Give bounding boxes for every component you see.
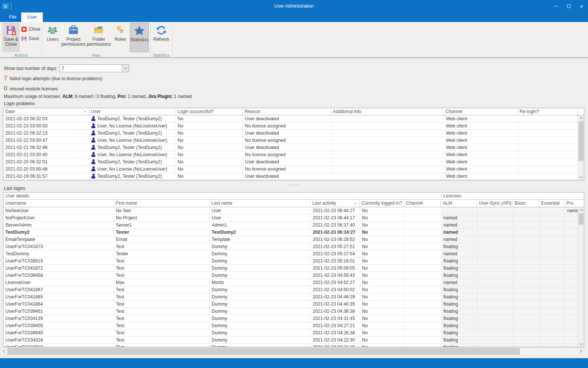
table-row[interactable]: UserForTC041873TestDummy2021-02-23 05:27… — [3, 243, 584, 250]
table-row[interactable]: 2021-02-22 06:32:13TestDumy2, Tester (Te… — [3, 130, 584, 137]
last-logins-vertical-scrollbar[interactable] — [578, 207, 584, 347]
scrollbar-thumb[interactable] — [7, 348, 520, 355]
column-header-user[interactable]: User — [89, 108, 176, 115]
table-row[interactable]: 2021-02-22 03:50:47User, No License (NoL… — [3, 137, 584, 144]
minimize-button[interactable] — [549, 0, 562, 12]
days-combobox[interactable]: 7 — [59, 64, 129, 72]
column-header-username[interactable]: Username — [3, 200, 114, 207]
refresh-button[interactable]: Refresh — [152, 23, 171, 52]
cell-essential — [540, 329, 565, 336]
table-row[interactable]: UserForTC038919TestDummy2021-02-23 05:16… — [3, 258, 584, 265]
column-header-alm[interactable]: ALM — [441, 200, 477, 207]
login-problems-vertical-scrollbar[interactable] — [578, 115, 584, 180]
scroll-down-button[interactable] — [578, 174, 584, 180]
scroll-up-button[interactable] — [578, 207, 584, 213]
column-header-login-successful[interactable]: Login successful? — [175, 108, 243, 115]
column-header-reason[interactable]: Reason — [243, 108, 331, 115]
folder-permissions-button[interactable]: Folder permissions — [87, 23, 111, 52]
table-row[interactable]: 2021-02-19 06:31:57TestDumy2, Tester (Te… — [3, 173, 584, 180]
scroll-up-button[interactable] — [578, 115, 584, 121]
column-header-essential[interactable]: Essential — [539, 200, 565, 207]
scroll-down-button[interactable] — [578, 341, 584, 347]
scrollbar-thumb[interactable] — [579, 121, 583, 161]
table-row[interactable]: TestDumy2TesterTestDumy22021-02-23 06:34… — [3, 229, 584, 236]
scrollbar-thumb[interactable] — [579, 213, 583, 225]
table-row[interactable]: ServerAdminServer1Admin12021-02-23 06:37… — [3, 222, 584, 229]
table-row[interactable]: LicenseUserMaxMoritz2021-02-23 04:52:27N… — [3, 279, 584, 286]
column-header-additional-info[interactable]: Additional info — [331, 108, 444, 115]
column-header-currently-logged-in[interactable]: Currently logged in? — [360, 200, 404, 207]
users-button[interactable]: Users — [44, 23, 61, 52]
cell-essential — [540, 243, 565, 250]
cell-channel — [405, 344, 441, 347]
column-header-relogin[interactable]: Re-login? — [518, 108, 578, 115]
cell-first: Test — [114, 344, 210, 347]
cell-last: Dummy — [210, 272, 311, 279]
statistics-button[interactable]: Statistics — [130, 23, 149, 52]
cell-user: TestDumy2, Tester (TestDumy2) — [89, 158, 176, 165]
table-row[interactable]: 2021-02-20 06:32:01TestDumy2, Tester (Te… — [3, 158, 584, 166]
table-row[interactable]: UserForTC041867TestDummy2021-02-23 04:50… — [3, 286, 584, 293]
table-row[interactable]: UserForTC033910TestDummy2021-02-23 04:21… — [3, 344, 584, 347]
table-row[interactable]: UserForTC034139TestDummy2021-02-23 04:31… — [3, 315, 584, 322]
cell-alm: named — [441, 279, 477, 286]
table-row[interactable]: UserForTC039405TestDummy2021-02-23 04:27… — [3, 322, 584, 329]
save-button[interactable]: Save — [21, 34, 39, 43]
table-row[interactable]: 2021-02-23 03:50:53User, No License (NoL… — [3, 123, 584, 130]
table-row[interactable]: UserForTC041865TestDummy2021-02-23 04:46… — [3, 293, 584, 301]
cell-first: Test — [114, 315, 210, 322]
column-header-pro[interactable]: Pro — [565, 200, 578, 207]
splitter-handle[interactable]: ..... — [0, 181, 588, 186]
table-row[interactable]: EmailTemplateEmailTemplate2021-02-23 06:… — [3, 236, 584, 243]
cell-pro — [565, 214, 579, 221]
column-header-last-name[interactable]: Last name — [209, 200, 310, 207]
table-row[interactable]: UserForTC038945TestDummy2021-02-23 04:26… — [3, 329, 584, 337]
column-header-channel[interactable]: Channel — [404, 200, 441, 207]
column-header-channel[interactable]: Channel — [443, 108, 518, 115]
project-permissions-label: Project permissions — [61, 37, 86, 47]
cell-channel — [405, 301, 441, 307]
close-action-button[interactable]: Close — [21, 25, 41, 33]
table-row[interactable]: UserForTC039451TestDummy2021-02-23 04:36… — [3, 308, 584, 315]
combo-dropdown-button[interactable] — [122, 65, 129, 72]
tab-user[interactable]: User — [21, 12, 43, 22]
table-row[interactable]: UserForTC034316TestDummy2021-02-23 04:22… — [3, 337, 584, 344]
project-permissions-button[interactable]: Project permissions — [62, 23, 84, 52]
close-button[interactable]: × — [575, 0, 588, 12]
roles-button[interactable]: Roles — [113, 23, 128, 52]
column-header-basic[interactable]: Basic — [513, 200, 539, 207]
cell-info — [331, 144, 444, 151]
usage-prefix: Maximum usage of licenses: — [4, 94, 61, 99]
cell-channel — [405, 243, 441, 250]
table-row[interactable]: UserForTC041864TestDummy2021-02-23 04:40… — [3, 301, 584, 308]
ribbon-tab-band: File User — [0, 12, 588, 22]
statistics-label: Statistics — [130, 37, 148, 42]
cell-success: No — [176, 115, 243, 122]
table-row[interactable]: 2021-02-23 06:32:03TestDumy2, Tester (Te… — [3, 115, 584, 123]
last-logins-band-row: User details Licenses — [3, 193, 584, 200]
tab-file[interactable]: File — [3, 12, 22, 22]
table-row[interactable]: TestDummyTesterDummy2021-02-23 05:17:54N… — [3, 250, 584, 258]
cell-info — [331, 130, 444, 137]
save-and-close-button[interactable]: Save & Close — [2, 23, 20, 52]
cell-alm: named — [441, 222, 477, 228]
table-row[interactable]: NoProjectUserNo ProjectUser2021-02-23 06… — [3, 214, 584, 222]
scroll-right-button[interactable] — [578, 348, 584, 355]
column-header-last-activity[interactable]: Last activity▼ — [310, 200, 360, 207]
column-header-first-name[interactable]: First name — [114, 200, 210, 207]
scroll-left-button[interactable] — [1, 348, 7, 355]
column-header-date[interactable]: Date▼ — [3, 108, 89, 115]
column-header-user-sync[interactable]: User-Sync (API) — [477, 200, 513, 207]
table-row[interactable]: NoSeeUserNo SeeUser2021-02-23 06:44:27No… — [3, 207, 584, 214]
cell-basic — [513, 279, 540, 286]
usage-alm-label: ALM: — [62, 94, 74, 99]
cell-basic — [513, 315, 540, 322]
horizontal-scrollbar[interactable] — [1, 347, 584, 356]
table-row[interactable]: 2021-02-20 03:50:46User, No License (NoL… — [3, 166, 584, 173]
cell-channel — [405, 329, 441, 336]
table-row[interactable]: UserForTC039458TestDummy2021-02-23 04:59… — [3, 272, 584, 279]
table-row[interactable]: 2021-02-21 03:50:40User, No License (NoL… — [3, 151, 584, 158]
maximize-button[interactable] — [562, 0, 575, 12]
table-row[interactable]: 2021-02-21 06:32:48TestDumy2, Tester (Te… — [3, 144, 584, 151]
table-row[interactable]: UserForTC041872TestDummy2021-02-23 05:09… — [3, 265, 584, 272]
